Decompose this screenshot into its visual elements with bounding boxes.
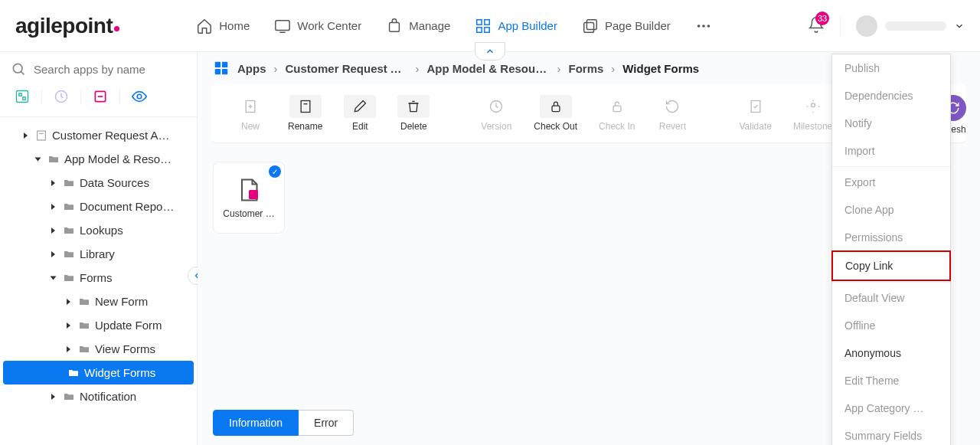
menu-notify[interactable]: Notify [832, 110, 950, 137]
menu-copy-link[interactable]: Copy Link [831, 250, 951, 281]
menu-anonymous[interactable]: Anonymous [832, 339, 950, 367]
tree-item-forms[interactable]: Forms [0, 266, 197, 290]
filter-qr[interactable] [8, 86, 37, 107]
bc-model[interactable]: App Model & Resour… [427, 62, 550, 75]
svg-rect-35 [222, 62, 227, 67]
svg-rect-44 [552, 106, 560, 112]
svg-marker-29 [51, 276, 57, 280]
nav-page-builder[interactable]: Page Builder [582, 18, 671, 34]
form-card[interactable]: ✓ Customer … [213, 162, 285, 234]
tool-rename[interactable]: Rename [280, 90, 330, 136]
bc-forms[interactable]: Forms [569, 62, 604, 75]
svg-rect-0 [276, 20, 289, 30]
menu-dependencies[interactable]: Dependencies [832, 82, 950, 110]
svg-rect-5 [477, 27, 482, 31]
svg-rect-36 [215, 69, 220, 74]
context-menu: Publish Dependencies Notify Import Expor… [831, 54, 951, 445]
svg-marker-28 [51, 251, 55, 257]
svg-rect-14 [17, 91, 28, 103]
tree-item-doc-repo[interactable]: Document Repo… [0, 195, 197, 218]
tree-item-data-sources[interactable]: Data Sources [0, 171, 197, 195]
tree-item-model[interactable]: App Model & Reso… [0, 147, 197, 171]
menu-offline[interactable]: Offline [832, 312, 950, 339]
svg-rect-7 [586, 19, 596, 29]
tool-delete[interactable]: Delete [390, 90, 437, 136]
svg-rect-50 [249, 190, 258, 199]
svg-point-9 [697, 25, 701, 28]
menu-publish[interactable]: Publish [832, 54, 950, 82]
topbar-collapse-handle[interactable] [475, 42, 505, 61]
nav-work-center[interactable]: Work Center [274, 18, 361, 34]
svg-marker-25 [51, 180, 55, 186]
svg-rect-15 [19, 93, 21, 96]
svg-point-10 [702, 25, 705, 28]
bc-apps[interactable]: Apps [237, 62, 266, 75]
tree-item-library[interactable]: Library [0, 242, 197, 266]
nav-more[interactable] [695, 18, 712, 34]
sidebar: Customer Request A… App Model & Reso… Da… [0, 52, 198, 445]
form-icon [235, 176, 263, 204]
svg-rect-22 [38, 131, 46, 140]
filter-clock[interactable] [47, 86, 76, 107]
svg-marker-21 [24, 133, 28, 139]
bc-app-name[interactable]: Customer Request A… [286, 62, 408, 75]
tree-item-view-forms[interactable]: View Forms [0, 337, 197, 361]
tree-item-update-form[interactable]: Update Form [0, 313, 197, 337]
search-input[interactable] [34, 63, 186, 76]
menu-clone-app[interactable]: Clone App [832, 196, 950, 224]
user-menu[interactable] [840, 15, 965, 37]
tree-item-new-form[interactable]: New Form [0, 290, 197, 313]
sidebar-tree: Customer Request A… App Model & Reso… Da… [0, 117, 197, 414]
svg-line-13 [21, 71, 24, 74]
logo: agilepoint [15, 14, 119, 38]
apps-icon [213, 60, 230, 77]
filter-minus[interactable] [86, 86, 115, 107]
filter-eye[interactable] [125, 86, 154, 107]
tool-version[interactable]: Version [472, 90, 520, 136]
tool-validate[interactable]: Validate [731, 90, 779, 136]
notification-bell[interactable]: 33 [808, 16, 825, 35]
svg-rect-34 [215, 62, 220, 67]
svg-rect-37 [222, 69, 227, 74]
tree-item-notification[interactable]: Notification [0, 384, 197, 408]
chevron-down-icon [954, 21, 965, 31]
svg-marker-32 [67, 346, 70, 352]
svg-marker-24 [35, 157, 41, 161]
svg-point-11 [707, 25, 710, 28]
tab-information[interactable]: Information [213, 410, 299, 436]
menu-export[interactable]: Export [832, 169, 950, 196]
tool-new[interactable]: New [227, 90, 274, 136]
check-icon: ✓ [269, 165, 281, 178]
svg-rect-4 [485, 19, 489, 24]
bc-current: Widget Forms [622, 62, 699, 75]
svg-marker-33 [51, 394, 55, 400]
svg-point-12 [13, 64, 22, 73]
avatar-icon [856, 15, 877, 37]
tree-item-lookups[interactable]: Lookups [0, 218, 197, 242]
svg-marker-27 [51, 227, 55, 234]
tool-checkin[interactable]: Check In [591, 90, 642, 136]
svg-marker-31 [67, 322, 70, 329]
nav-app-builder[interactable]: App Builder [475, 18, 557, 34]
svg-rect-8 [584, 22, 594, 32]
menu-edit-theme[interactable]: Edit Theme [832, 367, 950, 394]
tree-item-widget-forms[interactable]: Widget Forms [3, 361, 194, 384]
tool-edit[interactable]: Edit [336, 90, 384, 136]
menu-app-category[interactable]: App Category … [832, 394, 950, 422]
menu-summary-fields[interactable]: Summary Fields [832, 422, 950, 445]
menu-default-view[interactable]: Default View [832, 284, 950, 312]
menu-permissions[interactable]: Permissions [832, 224, 950, 251]
tool-checkout[interactable]: Check Out [526, 90, 585, 136]
nav-manage[interactable]: Manage [386, 18, 450, 34]
menu-import[interactable]: Import [832, 137, 950, 165]
nav-home[interactable]: Home [196, 18, 250, 34]
svg-rect-2 [390, 22, 400, 31]
tab-error[interactable]: Error [299, 410, 354, 436]
notification-badge: 33 [815, 11, 829, 25]
card-label: Customer … [218, 208, 279, 219]
svg-marker-26 [51, 204, 55, 210]
tree-item-app[interactable]: Customer Request A… [0, 123, 197, 147]
tool-revert[interactable]: Revert [648, 90, 696, 136]
svg-rect-3 [477, 19, 482, 24]
main-nav: Home Work Center Manage App Builder Page… [196, 18, 792, 34]
